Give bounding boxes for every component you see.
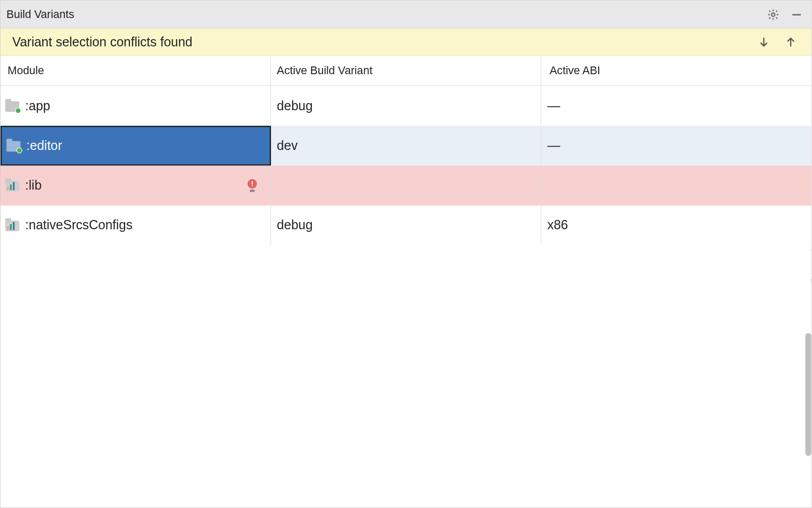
- settings-button[interactable]: [767, 8, 780, 21]
- table-body: :app debug — :editor dev —: [1, 86, 811, 245]
- abi-cell[interactable]: x86: [542, 206, 811, 245]
- svg-rect-1: [792, 14, 801, 15]
- column-header-module[interactable]: Module: [1, 56, 271, 86]
- abi-cell[interactable]: —: [542, 126, 811, 165]
- module-name: :nativeSrcsConfigs: [25, 218, 265, 233]
- variant-cell[interactable]: debug: [271, 206, 542, 245]
- table-header-row: Module Active Build Variant Active ABI: [1, 56, 811, 86]
- column-header-variant[interactable]: Active Build Variant: [271, 56, 542, 86]
- next-conflict-button[interactable]: [757, 36, 770, 48]
- module-cell[interactable]: :app: [1, 86, 271, 126]
- module-cell[interactable]: :lib: [1, 165, 271, 205]
- variant-cell[interactable]: debug: [271, 86, 542, 126]
- panel-header: Build Variants: [1, 1, 811, 29]
- panel-title: Build Variants: [6, 8, 767, 21]
- build-variants-panel: Build Variants Variant selection conflic…: [0, 0, 812, 508]
- empty-area: [1, 245, 811, 507]
- minimize-button[interactable]: [790, 8, 803, 21]
- arrow-up-icon: [785, 36, 797, 48]
- library-module-icon: [5, 180, 19, 192]
- abi-cell[interactable]: [542, 165, 811, 205]
- app-module-icon: [6, 140, 20, 152]
- module-name: :editor: [26, 138, 264, 154]
- conflict-warning-banner: Variant selection conflicts found: [1, 29, 811, 56]
- variant-cell[interactable]: [271, 165, 542, 205]
- table-row[interactable]: :lib: [1, 165, 811, 205]
- abi-cell[interactable]: —: [542, 86, 811, 126]
- conflict-nav-actions: [757, 36, 800, 48]
- table-row[interactable]: :nativeSrcsConfigs debug x86: [1, 206, 811, 245]
- gear-icon: [767, 8, 780, 21]
- table-row[interactable]: :editor dev —: [1, 126, 811, 165]
- library-module-icon: [5, 219, 19, 231]
- module-cell[interactable]: :nativeSrcsConfigs: [1, 206, 271, 245]
- module-name: :app: [25, 98, 265, 114]
- variant-cell[interactable]: dev: [271, 126, 542, 165]
- panel-header-actions: [767, 8, 805, 21]
- module-name: :lib: [25, 178, 241, 193]
- column-header-abi[interactable]: Active ABI: [542, 56, 811, 86]
- conflict-warning-icon[interactable]: [247, 179, 257, 192]
- table-row[interactable]: :app debug —: [1, 86, 811, 126]
- arrow-down-icon: [758, 36, 770, 48]
- vertical-scrollbar[interactable]: [805, 333, 811, 456]
- app-module-icon: [5, 100, 19, 112]
- module-cell[interactable]: :editor: [1, 126, 271, 165]
- conflict-warning-text: Variant selection conflicts found: [12, 34, 757, 49]
- minimize-icon: [790, 8, 803, 21]
- prev-conflict-button[interactable]: [784, 36, 797, 48]
- svg-point-0: [771, 12, 775, 16]
